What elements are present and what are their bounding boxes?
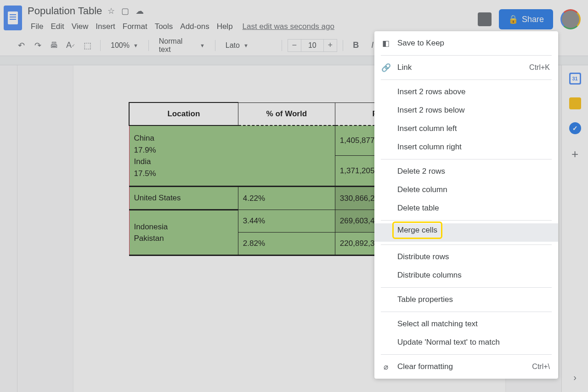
- highlight-box: Merge cells: [392, 222, 442, 239]
- lock-icon: 🔒: [508, 14, 518, 24]
- clear-format-icon: ⌀: [381, 362, 391, 372]
- table-cell[interactable]: United States: [129, 187, 238, 210]
- ctx-insert-rows-below[interactable]: Insert 2 rows below: [374, 101, 558, 119]
- menu-addons[interactable]: Add-ons: [177, 20, 212, 33]
- keep-icon: ◧: [381, 38, 391, 48]
- vertical-ruler[interactable]: [0, 65, 17, 392]
- redo-button[interactable]: ↷: [30, 38, 45, 53]
- ctx-table-properties[interactable]: Table properties: [374, 290, 558, 309]
- paint-format-button[interactable]: ⬚: [80, 38, 95, 53]
- last-edit-link[interactable]: Last edit was seconds ago: [243, 20, 334, 33]
- table-cell[interactable]: 2.82%: [238, 233, 335, 256]
- paragraph-style-select[interactable]: Normal text▼: [154, 38, 209, 53]
- ctx-save-to-keep[interactable]: ◧ Save to Keep: [374, 34, 558, 52]
- table-cell[interactable]: 3.44%: [238, 210, 335, 233]
- font-size-group: − +: [288, 39, 337, 52]
- keep-app-icon[interactable]: [569, 97, 581, 109]
- bold-button[interactable]: B: [349, 38, 363, 53]
- link-icon: 🔗: [381, 62, 391, 73]
- font-size-decrease[interactable]: −: [288, 39, 301, 52]
- menu-edit[interactable]: Edit: [47, 20, 67, 33]
- comments-icon[interactable]: [478, 12, 492, 26]
- ctx-update-normal[interactable]: Update 'Normal text' to match: [374, 333, 558, 352]
- menu-file[interactable]: File: [28, 20, 46, 33]
- ctx-insert-rows-above[interactable]: Insert 2 rows above: [374, 83, 558, 101]
- spellcheck-button[interactable]: A✓: [63, 38, 78, 53]
- user-avatar[interactable]: [560, 9, 581, 29]
- document-title[interactable]: Population Table: [28, 5, 102, 17]
- ctx-merge-cells[interactable]: Merge cells Merge cells: [374, 223, 558, 242]
- calendar-app-icon[interactable]: [569, 73, 581, 85]
- ctx-delete-column[interactable]: Delete column: [374, 181, 558, 199]
- shortcut-label: Ctrl+\: [532, 363, 550, 371]
- ctx-delete-rows[interactable]: Delete 2 rows: [374, 162, 558, 181]
- cloud-status-icon[interactable]: ☁: [136, 6, 144, 16]
- ctx-clear-formatting[interactable]: ⌀ Clear formatting Ctrl+\: [374, 358, 558, 376]
- menu-format[interactable]: Format: [119, 20, 151, 33]
- table-cell[interactable]: 4.22%: [238, 187, 335, 210]
- font-select[interactable]: Lato▼: [221, 38, 276, 53]
- table-cell[interactable]: Indonesia Pakistan: [129, 210, 238, 256]
- share-button[interactable]: 🔒 Share: [499, 9, 553, 29]
- menu-tools[interactable]: Tools: [152, 20, 176, 33]
- undo-button[interactable]: ↶: [14, 38, 28, 53]
- ctx-distribute-rows[interactable]: Distribute rows: [374, 248, 558, 266]
- tasks-app-icon[interactable]: [569, 122, 581, 134]
- print-button[interactable]: 🖶: [47, 38, 62, 53]
- zoom-select[interactable]: 100%▼: [106, 38, 143, 53]
- collapse-panel-button[interactable]: ›: [573, 372, 577, 383]
- table-header-pct[interactable]: % of World: [238, 102, 335, 125]
- font-size-input[interactable]: [301, 39, 323, 52]
- app-header: Population Table ☆ ▢ ☁ File Edit View In…: [0, 0, 588, 35]
- ctx-insert-col-left[interactable]: Insert column left: [374, 119, 558, 138]
- table-cell[interactable]: China 17.9% India 17.5%: [129, 125, 335, 187]
- menu-insert[interactable]: Insert: [92, 20, 119, 33]
- star-icon[interactable]: ☆: [107, 6, 115, 16]
- ctx-select-matching[interactable]: Select all matching text: [374, 315, 558, 333]
- ctx-distribute-cols[interactable]: Distribute columns: [374, 266, 558, 284]
- ctx-link[interactable]: 🔗 Link Ctrl+K: [374, 58, 558, 77]
- menu-view[interactable]: View: [68, 20, 92, 33]
- context-menu: ◧ Save to Keep 🔗 Link Ctrl+K Insert 2 ro…: [374, 31, 558, 379]
- docs-logo-icon[interactable]: [4, 6, 22, 30]
- table-header-location[interactable]: Location: [129, 102, 238, 125]
- share-label: Share: [522, 15, 544, 24]
- shortcut-label: Ctrl+K: [529, 63, 550, 72]
- side-panel: + ›: [561, 65, 588, 392]
- font-size-increase[interactable]: +: [323, 39, 337, 52]
- ctx-insert-col-right[interactable]: Insert column right: [374, 138, 558, 156]
- add-app-button[interactable]: +: [571, 147, 578, 161]
- ctx-delete-table[interactable]: Delete table: [374, 199, 558, 217]
- menu-help[interactable]: Help: [214, 20, 236, 33]
- move-icon[interactable]: ▢: [121, 6, 129, 16]
